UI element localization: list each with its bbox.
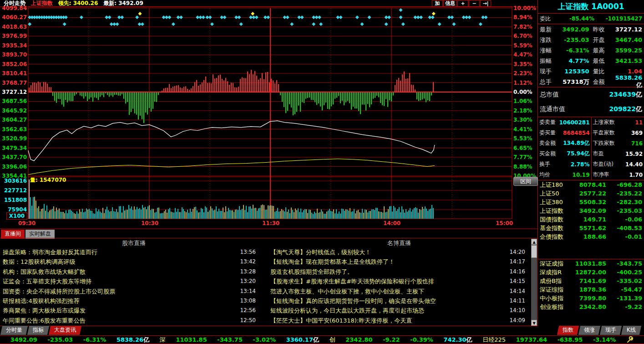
index-row[interactable]: 深证成指11031.85-343.75 <box>538 259 644 268</box>
stat-label: 委买量 <box>539 129 556 137</box>
index-row[interactable]: 基金指数5571.62-408.53 <box>538 224 644 232</box>
bottom-tab-1[interactable]: 指标 <box>27 326 49 335</box>
pct-axis-label: 6.65% <box>513 145 537 151</box>
news-item-row: 券商聚焦：两大板块后市或爆发12:56 <box>3 306 256 315</box>
news-item-time: 13:14 <box>236 287 256 296</box>
index-row[interactable]: 深证综指1878.36-54.47 <box>538 285 644 294</box>
news-item-row: 研报精选:4股获机构强烈推荐13:08 <box>3 296 256 306</box>
index-row[interactable]: 上证3805508.32-282.30 <box>538 198 644 206</box>
index-name: 基金指数 <box>540 224 574 232</box>
volume-readout: 量: 1547070 <box>30 176 66 184</box>
stat-value: 1.70 <box>609 172 643 178</box>
quote-value: 3421.53 <box>613 57 643 64</box>
blog-item-row: 范进入市救主板、中小创业板下挫，救中小创业板、主板下14:14 <box>270 287 525 296</box>
index-row[interactable]: 上证1808078.41-696.28 <box>538 180 644 189</box>
index-row[interactable]: 上证指数3492.09-235.03 <box>538 206 644 215</box>
news-item-text[interactable]: 操盘策略：弱市淘金最好反其道而行 <box>3 247 236 257</box>
quote-value: 3727.12 <box>613 26 643 33</box>
index-name: 深证综指 <box>540 285 574 294</box>
index-row[interactable]: 深成指R12872.00-400.25 <box>538 268 644 277</box>
news-item-text[interactable]: 国资委：央企不得减持所控股上市公司股票 <box>3 287 236 296</box>
scroll-down-icon[interactable]: ▼ <box>531 320 537 326</box>
volume-axis-label: 151808 <box>1 197 27 203</box>
pct-axis-label: 4.41% <box>513 126 537 133</box>
price-axis-label: 3437.70 <box>1 154 27 160</box>
blog-item-text[interactable]: 【茫茫大士】中国平安(601318):昨天涨停板，今天直 <box>270 316 505 325</box>
index-row[interactable]: 国债指数149.71-0.06 <box>538 215 644 224</box>
ticker-value: 3360.17亿 <box>286 336 319 344</box>
news-item-text[interactable]: 午间重要公告:6股发布重要公告 <box>3 316 236 325</box>
news-tab-1[interactable]: 实时解盘 <box>25 230 55 239</box>
blog-item-text[interactable]: 股道玄机股指期货全部跌停了。 <box>270 267 505 277</box>
bottom-tabs-left: 分时量指标大盘资讯 <box>0 327 81 333</box>
bottom-tab-label: 领涨 <box>584 326 595 334</box>
intraday-chart-canvas[interactable] <box>0 0 538 229</box>
index-value: 149.71 <box>574 215 606 224</box>
stat-value: 2.78% <box>550 161 590 168</box>
news-tab-0[interactable]: 直播间 <box>1 230 25 239</box>
news-item-text[interactable]: 研报精选:4股获机构强烈推荐 <box>3 296 236 306</box>
quote-label: 昨收 <box>593 26 613 34</box>
scroll-up-icon[interactable]: ▲ <box>531 239 537 245</box>
stat-row: 委卖量10600281 <box>538 117 591 128</box>
index-row[interactable]: 上证502577.22-235.22 <box>538 189 644 198</box>
index-name: 中小板指 <box>540 294 574 303</box>
blog-item-text[interactable]: 【短线淘金】真的应该把期货暂停一段时间，确实是在带头做空 <box>270 296 505 306</box>
pct-axis-label: 3.35% <box>513 61 537 67</box>
blog-item-text[interactable]: 短线波段分析认为，今日大盘以大跌开盘，再度引起市场恐 <box>270 306 505 315</box>
quote-label: 涨跌 <box>540 36 560 44</box>
bottom-tab-2[interactable]: 大盘资讯 <box>49 326 81 335</box>
bottom-right-tab-0[interactable]: 指数 <box>557 326 579 335</box>
quote-value: -235.03 <box>560 36 589 43</box>
news-item-text[interactable]: 券商聚焦：两大板块后市或爆发 <box>3 306 236 315</box>
index-row[interactable]: 企债指数188.66-0.01 <box>538 232 644 241</box>
price-axis-label: 3768.77 <box>1 80 27 86</box>
pct-axis-label: 2.23% <box>513 70 537 77</box>
settings-wrench-icon[interactable] <box>626 336 634 344</box>
index-name: 企债指数 <box>540 232 574 241</box>
index-value: 1878.36 <box>574 285 606 294</box>
index-change: -54.47 <box>606 285 642 294</box>
stat-row: 卖金额134.89亿 <box>538 138 591 149</box>
pct-axis-label: 10.00% <box>513 5 537 11</box>
news-scrollbar[interactable]: ▲ ▼ <box>531 239 537 326</box>
index-row[interactable]: 创业板指2342.80-9.22 <box>538 303 644 311</box>
range-button[interactable]: 区间 <box>513 177 538 186</box>
quote-value: 57318万 <box>560 78 589 86</box>
index-value: 7141.69 <box>574 277 606 285</box>
blog-item-text[interactable]: 【短线淘金】现在期货都基本上是全线跌停了！ <box>270 257 505 267</box>
bottom-tab-label: 分时量 <box>6 326 22 334</box>
pct-axis-label: 2.18% <box>513 108 537 114</box>
blog-item-text[interactable]: 范进入市救主板、中小创业板下挫，救中小创业板、主板下 <box>270 287 505 296</box>
index-change: -9.22 <box>606 303 642 311</box>
blog-item-text[interactable]: 【淘气天尊】分时线低点，级别较大！ <box>270 247 505 257</box>
quote-label: 最低 <box>593 57 613 65</box>
stat-row: 市净率1.70 <box>592 169 644 180</box>
index-change: -0.01 <box>606 232 642 241</box>
index-name: 成份B指 <box>540 277 574 285</box>
index-change: -343.75 <box>606 259 642 268</box>
quote-label: 最新 <box>540 26 560 34</box>
index-row[interactable]: 中小板指7399.80-131.39 <box>538 294 644 303</box>
news-item-text[interactable]: 机构：国家队救市战场大幅扩散 <box>3 267 236 277</box>
bottom-right-tab-2[interactable]: 现手 <box>600 326 622 335</box>
price-axis-label: 3687.56 <box>1 98 27 104</box>
bottom-right-tab-1[interactable]: 领涨 <box>578 326 600 335</box>
quote-value: 1.04 <box>613 68 643 75</box>
volume-unit-label: X100 <box>6 212 27 220</box>
cap-row: 总市值234639亿 <box>538 87 644 102</box>
stat-label: 均价 <box>539 171 550 179</box>
price-axis-label: 3935.34 <box>1 42 27 49</box>
price-axis-label: 3893.70 <box>1 51 27 58</box>
bottom-right-tab-3[interactable]: K线 <box>621 326 641 335</box>
bottom-tab-0[interactable]: 分时量 <box>0 326 28 335</box>
news-item-text[interactable]: 证监会：五举措支持大股东等增持 <box>3 277 236 286</box>
news-item-text[interactable]: 数据：12股获机构调高评级 <box>3 257 236 267</box>
blog-item-text[interactable]: 【股海求生】#股海求生解盘#昨天强势的保险和银行个股也排 <box>270 277 505 286</box>
stat-row: 平盘家数369 <box>592 128 644 138</box>
index-row[interactable]: 成份B指7141.69-335.02 <box>538 277 644 285</box>
index-value: 11031.85 <box>574 259 606 268</box>
scrollbar-thumb[interactable] <box>531 245 537 258</box>
bottom-tab-label: 指标 <box>33 326 44 334</box>
stats-left-column: 委卖量10600281委买量8684854卖金额134.89亿买金额75.94亿… <box>538 117 591 180</box>
